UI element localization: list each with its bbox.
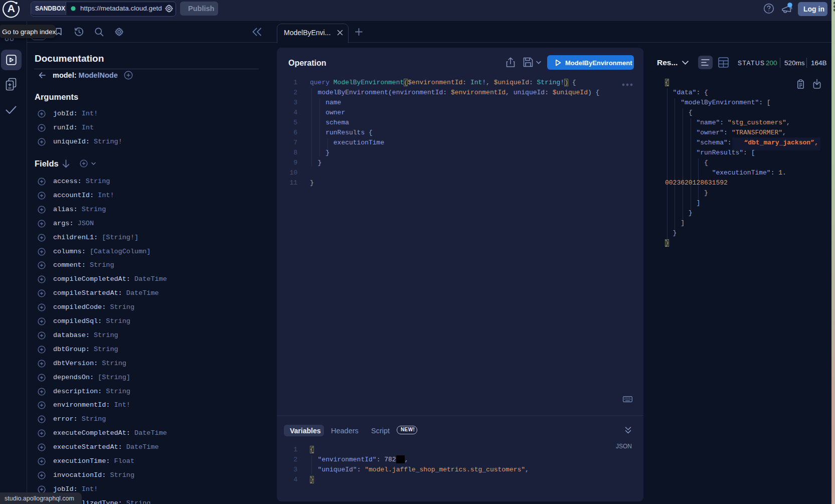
svg-text:A: A (8, 3, 15, 14)
